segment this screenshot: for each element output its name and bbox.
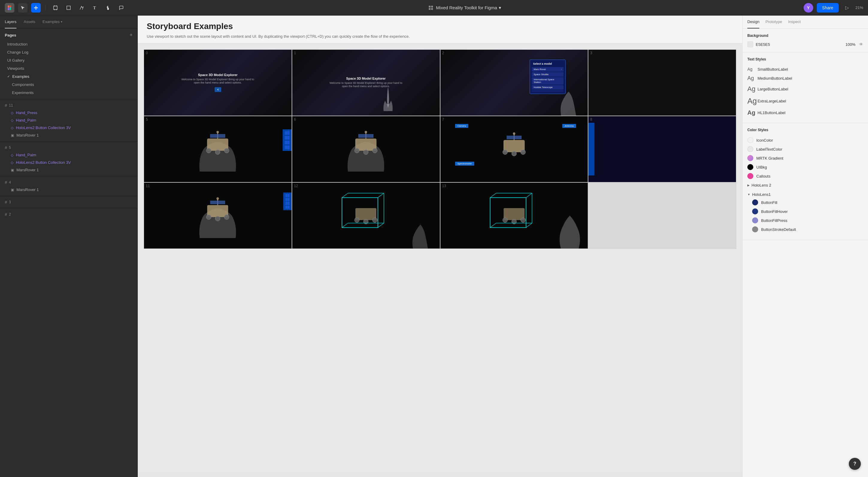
background-swatch[interactable]	[747, 41, 753, 47]
svg-point-19	[224, 148, 229, 153]
select-tool[interactable]	[18, 3, 28, 12]
canvas-content[interactable]: 0 Space 3D Model Explorer Welcome to Spa…	[138, 43, 742, 472]
layer-group-11-header[interactable]: # 11	[0, 102, 137, 109]
storyboard-cell-0[interactable]: 0 Space 3D Model Explorer Welcome to Spa…	[144, 50, 292, 116]
color-label-buttonfillpress: ButtonFillPress	[761, 218, 787, 223]
layer-marsrover-4[interactable]: ▣ MarsRover 1	[0, 186, 137, 193]
tab-examples[interactable]: Examples ▾	[42, 15, 62, 28]
storyboard-cell-6[interactable]: 6	[292, 116, 440, 182]
layer-divider-3	[0, 196, 137, 196]
svg-rect-4	[9, 8, 11, 10]
color-swatch-buttonfill	[752, 199, 758, 205]
svg-point-17	[206, 148, 211, 153]
play-button[interactable]: ▷	[842, 3, 852, 12]
project-name[interactable]: Mixed Reality Toolkit for Figma ▾	[436, 5, 501, 10]
color-swatch-iconcolor	[747, 137, 753, 143]
layer-hand-press[interactable]: ◇ Hand_Press	[0, 109, 137, 117]
style-item-medium: Ag MediumButtonLabel	[747, 73, 863, 83]
tab-inspect[interactable]: Inspect	[788, 15, 801, 28]
page-experiments[interactable]: Experiments	[5, 89, 133, 97]
layer-holens2-btn-5[interactable]: ◇ HoloLens2 Button Collection 3V	[0, 159, 137, 166]
layer-group-5-header[interactable]: # 5	[0, 144, 137, 151]
storyboard-cell-1[interactable]: 1 Space 3D Model Explorer Welcome to Spa…	[292, 50, 440, 116]
layer-hand-palm-5[interactable]: ◇ Hand_Palm	[0, 151, 137, 159]
layer-marsrover-1[interactable]: ▣ MarsRover 1	[0, 131, 137, 139]
storyboard-cell-12[interactable]: 12	[292, 182, 440, 249]
svg-point-40	[224, 215, 229, 220]
shape-tool[interactable]	[64, 3, 73, 12]
pages-section: Pages + Introduction Change Log UI Galle…	[0, 29, 137, 99]
zoom-level[interactable]: 21%	[856, 5, 863, 10]
style-label-small[interactable]: SmallButtonLabel	[757, 67, 788, 71]
color-group-holens1-header[interactable]: ▼ HoloLens1	[747, 191, 863, 198]
svg-rect-29	[359, 134, 373, 138]
layer-group-3-header[interactable]: # 3	[0, 198, 137, 206]
share-button[interactable]: Share	[817, 3, 839, 12]
storyboard-cell-8[interactable]: 8	[588, 116, 736, 182]
storyboard-cell-2[interactable]: 2 Select a model Mars Rover › Space Shut…	[440, 50, 588, 116]
camera-label: Camera	[455, 124, 468, 128]
layer-hand-palm-1[interactable]: ◇ Hand_Palm	[0, 117, 137, 124]
hand-right-svg	[557, 86, 581, 116]
style-label-hl1[interactable]: HL1ButtonLabel	[757, 110, 785, 115]
layer-marsrover-5[interactable]: ▣ MarsRover 1	[0, 166, 137, 174]
storyboard-cell-13[interactable]: 13	[440, 182, 588, 249]
storyboard-cell-3[interactable]: 3	[588, 50, 736, 116]
color-item-uibkg[interactable]: UIBkg	[747, 163, 863, 171]
style-label-large[interactable]: LargeButtonLabel	[757, 87, 788, 91]
page-introduction[interactable]: Introduction	[5, 40, 133, 48]
color-item-callouts[interactable]: Callouts	[747, 171, 863, 181]
storyboard-cell-7[interactable]: 7	[440, 116, 588, 182]
color-item-buttonfill[interactable]: ButtonFill	[752, 198, 863, 207]
page-components[interactable]: Components	[5, 81, 133, 89]
color-item-buttonfillpress[interactable]: ButtonFillPress	[752, 216, 863, 225]
canvas-subtitle: Use viewport to sketch out the scene lay…	[147, 34, 733, 39]
tab-layers[interactable]: Layers	[5, 15, 17, 28]
layer-group-2-header[interactable]: # 2	[0, 211, 137, 218]
storyboard-cell-5[interactable]: 5	[144, 116, 292, 182]
style-label-medium[interactable]: MediumButtonLabel	[757, 76, 792, 81]
svg-rect-22	[210, 134, 225, 138]
svg-line-62	[526, 193, 532, 198]
background-hex[interactable]: E5E5E5	[756, 42, 843, 47]
layer-group-4-header[interactable]: # 4	[0, 179, 137, 186]
comment-tool[interactable]	[117, 3, 126, 12]
color-item-labeltextcolor[interactable]: LabelTextColor	[747, 145, 863, 154]
layer-group-5: # 5 ◇ Hand_Palm ◇ HoloLens2 Button Colle…	[0, 144, 137, 174]
color-swatch-buttonfillpress	[752, 217, 758, 223]
tab-assets[interactable]: Assets	[24, 15, 35, 28]
color-item-buttonstrokedefault[interactable]: ButtonStrokeDefault	[752, 225, 863, 234]
color-label-uibkg: UIBkg	[756, 165, 767, 169]
hand-tool[interactable]	[103, 3, 113, 12]
pen-tool[interactable]	[77, 3, 87, 12]
add-page-button[interactable]: +	[129, 32, 133, 38]
page-examples[interactable]: Examples	[5, 72, 133, 81]
visibility-icon[interactable]: 👁	[859, 42, 863, 47]
background-opacity[interactable]: 100%	[845, 42, 856, 47]
user-avatar[interactable]: Y	[804, 3, 813, 12]
storyboard-cell-11[interactable]: 11	[144, 182, 292, 249]
help-button[interactable]: ?	[849, 458, 861, 470]
frame-tool[interactable]	[51, 3, 60, 12]
tab-prototype[interactable]: Prototype	[765, 15, 782, 28]
tab-design[interactable]: Design	[747, 15, 759, 28]
page-ui-gallery[interactable]: UI Gallery	[5, 56, 133, 64]
color-group-holens2-header[interactable]: ▶ HoloLens 2	[747, 182, 863, 189]
page-viewports[interactable]: Viewports	[5, 64, 133, 72]
figma-logo[interactable]	[5, 3, 14, 12]
color-item-iconcolor[interactable]: IconColor	[747, 136, 863, 145]
layer-group-4: # 4 ▣ MarsRover 1	[0, 179, 137, 193]
layers-section: # 11 ◇ Hand_Press ◇ Hand_Palm ◇ HoloLens…	[0, 99, 137, 477]
pages-title: Pages	[5, 33, 16, 37]
color-label-iconcolor: IconColor	[756, 138, 773, 142]
color-item-buttonfillhover[interactable]: ButtonFillHover	[752, 207, 863, 216]
svg-point-32	[512, 151, 517, 156]
color-item-mrtk-gradient[interactable]: MRTK Gradient	[747, 154, 863, 163]
move-tool[interactable]	[31, 3, 41, 12]
layer-holens2-btn-1[interactable]: ◇ HoloLens2 Button Collection 3V	[0, 124, 137, 131]
svg-point-25	[364, 150, 368, 155]
text-tool[interactable]: T	[90, 3, 100, 12]
style-label-xlarge[interactable]: ExtraLargeLabel	[757, 99, 786, 103]
cell-image-1: Space 3D Model Explorer Welcome to Space…	[292, 50, 440, 116]
page-changelog[interactable]: Change Log	[5, 48, 133, 56]
